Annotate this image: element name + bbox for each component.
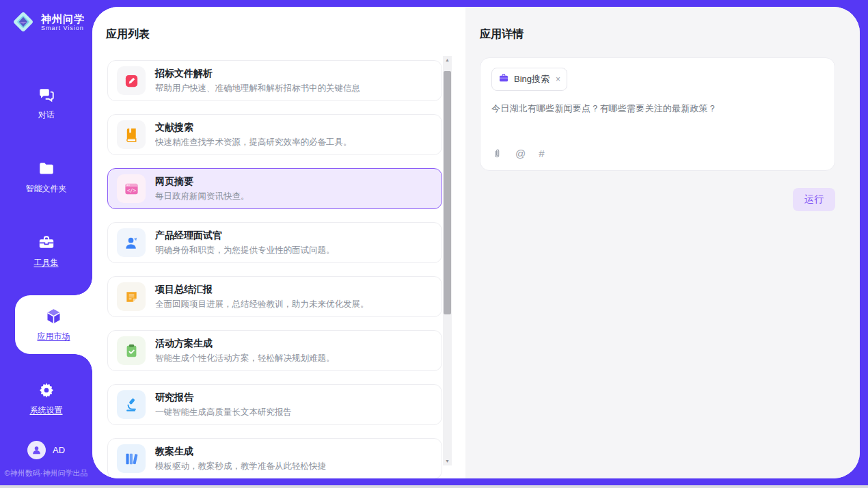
cube-icon xyxy=(44,308,63,326)
app-card-0[interactable]: 招标文件解析 帮助用户快速、准确地理解和解析招标书中的关键信息 xyxy=(107,60,442,101)
sidebar-item-label: 对话 xyxy=(38,109,55,121)
app-card-title: 活动方案生成 xyxy=(155,338,335,350)
sidebar-item-label: 应用市场 xyxy=(38,331,70,342)
microscope-icon xyxy=(117,390,146,419)
attachment-icon[interactable] xyxy=(491,148,502,159)
app-card-7[interactable]: 教案生成 模板驱动，教案秒成，教学准备从此轻松快捷 xyxy=(107,438,442,478)
svg-text:</>: </> xyxy=(127,187,137,193)
app-card-description: 每日政府新闻资讯快查。 xyxy=(155,191,249,202)
sidebar: 神州问学 Smart Vision 对话 智能文件夹 工具集 应用市场 系统设置… xyxy=(0,0,92,485)
main-content: 应用列表 招标文件解析 帮助用户快速、准确地理解和解析招标书中的关键信息 文献搜… xyxy=(92,7,860,478)
book-icon xyxy=(117,120,146,149)
edit-doc-icon xyxy=(117,66,146,95)
app-card-3[interactable]: 产品经理面试官 明确身份和职责，为您提供专业性的面试问题。 xyxy=(107,222,442,263)
app-card-description: 全面回顾项目进展，总结经验教训，助力未来优化发展。 xyxy=(155,299,369,310)
prompt-card: Bing搜索 × 今日湖北有哪些新闻要点？有哪些需要关注的最新政策？ @# xyxy=(480,57,835,171)
browser-code-icon: </> xyxy=(117,174,146,203)
sidebar-item-label: 工具集 xyxy=(34,257,59,269)
app-card-title: 产品经理面试官 xyxy=(155,230,335,242)
app-list-title: 应用列表 xyxy=(106,27,465,42)
run-button[interactable]: 运行 xyxy=(793,188,835,211)
sidebar-nav: 对话 智能文件夹 工具集 应用市场 系统设置 xyxy=(0,74,92,443)
sidebar-item-label: 系统设置 xyxy=(30,405,63,416)
app-card-title: 网页摘要 xyxy=(155,176,249,188)
sidebar-item-label: 智能文件夹 xyxy=(26,183,67,195)
sidebar-item-3[interactable]: 应用市场 xyxy=(15,295,92,354)
brand-subtitle: Smart Vision xyxy=(41,25,85,31)
app-card-list: 招标文件解析 帮助用户快速、准确地理解和解析招标书中的关键信息 文献搜索 快速精… xyxy=(107,60,442,478)
app-card-title: 教案生成 xyxy=(155,446,326,458)
app-card-5[interactable]: 活动方案生成 智能生成个性化活动方案，轻松解决规划难题。 xyxy=(107,330,442,371)
app-card-description: 智能生成个性化活动方案，轻松解决规划难题。 xyxy=(155,353,335,364)
user-account[interactable]: AD xyxy=(0,441,92,459)
app-detail-title: 应用详情 xyxy=(480,27,835,42)
sidebar-item-4[interactable]: 系统设置 xyxy=(0,369,92,428)
app-card-1[interactable]: 文献搜索 快速精准查找学术资源，提高研究效率的必备工具。 xyxy=(107,114,442,155)
app-detail-panel: 应用详情 Bing搜索 × 今日湖北有哪些新闻要点？有哪些需要关注的最新政策？ … xyxy=(465,7,860,478)
app-card-4[interactable]: 项目总结汇报 全面回顾项目进展，总结经验教训，助力未来优化发展。 xyxy=(107,276,442,317)
brand: 神州问学 Smart Vision xyxy=(0,0,92,34)
app-card-description: 明确身份和职责，为您提供专业性的面试问题。 xyxy=(155,245,335,256)
app-card-title: 项目总结汇报 xyxy=(155,284,369,296)
scrollbar-track[interactable] xyxy=(443,64,452,457)
user-initials: AD xyxy=(53,445,65,455)
copyright-footer: ©神州数码·神州问学出品 xyxy=(0,468,92,478)
app-card-description: 帮助用户快速、准确地理解和解析招标书中的关键信息 xyxy=(155,83,360,94)
app-card-6[interactable]: 研究报告 一键智能生成高质量长文本研究报告 xyxy=(107,384,442,425)
clipboard-check-icon xyxy=(117,336,146,365)
input-toolbar: @# xyxy=(491,148,824,161)
bottom-edge-strip xyxy=(0,485,868,488)
gear-icon xyxy=(37,381,55,400)
avatar xyxy=(27,441,46,459)
briefcase-icon xyxy=(498,72,509,86)
tool-tag-label: Bing搜索 xyxy=(514,73,550,85)
app-card-title: 文献搜索 xyxy=(155,122,352,134)
interviewer-icon xyxy=(117,228,146,257)
scroll-up-arrow-icon[interactable]: ▲ xyxy=(445,56,450,64)
hash-icon[interactable]: # xyxy=(539,148,544,159)
scrollbar[interactable]: ▲ ▼ xyxy=(443,56,452,465)
run-row: 运行 xyxy=(480,188,835,211)
sidebar-item-1[interactable]: 智能文件夹 xyxy=(0,148,92,206)
app-card-description: 快速精准查找学术资源，提高研究效率的必备工具。 xyxy=(155,137,352,148)
tool-tag-bing-search: Bing搜索 × xyxy=(491,68,567,91)
scrollbar-thumb[interactable] xyxy=(444,71,451,314)
app-card-title: 研究报告 xyxy=(155,392,292,404)
app-card-title: 招标文件解析 xyxy=(155,68,360,80)
close-icon[interactable]: × xyxy=(556,75,560,83)
app-list-panel: 应用列表 招标文件解析 帮助用户快速、准确地理解和解析招标书中的关键信息 文献搜… xyxy=(92,7,465,478)
toolbox-icon xyxy=(37,234,55,252)
diamond-logo-icon xyxy=(11,10,36,34)
prompt-input[interactable]: 今日湖北有哪些新闻要点？有哪些需要关注的最新政策？ xyxy=(491,103,824,115)
app-card-2[interactable]: </> 网页摘要 每日政府新闻资讯快查。 xyxy=(107,168,442,209)
sidebar-item-0[interactable]: 对话 xyxy=(0,74,92,133)
books-icon xyxy=(117,444,146,473)
scroll-down-arrow-icon[interactable]: ▼ xyxy=(445,457,450,465)
chat-icon xyxy=(37,86,55,105)
note-icon xyxy=(117,282,146,311)
app-card-description: 一键智能生成高质量长文本研究报告 xyxy=(155,407,292,418)
sidebar-item-2[interactable]: 工具集 xyxy=(0,221,92,280)
folder-icon xyxy=(37,160,55,178)
mention-icon[interactable]: @ xyxy=(515,148,526,159)
brand-name: 神州问学 xyxy=(41,13,85,25)
app-card-description: 模板驱动，教案秒成，教学准备从此轻松快捷 xyxy=(155,461,326,472)
